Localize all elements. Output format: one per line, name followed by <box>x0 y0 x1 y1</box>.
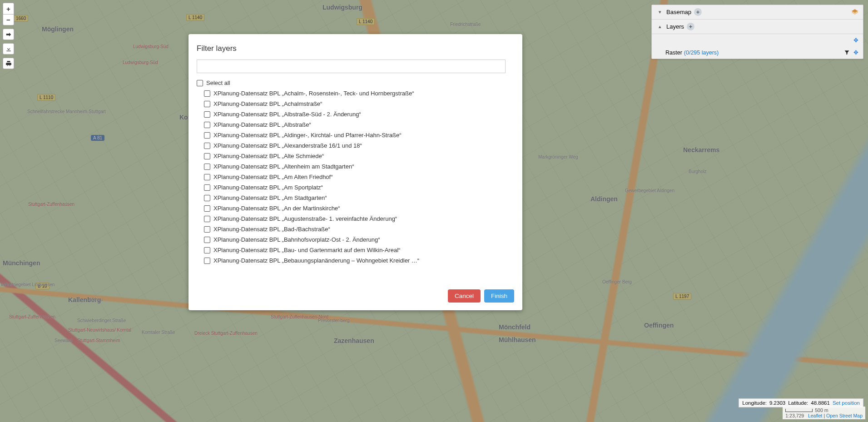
layer-row[interactable]: XPlanung-Datensatz BPL „Bebauungsplanänd… <box>197 255 518 266</box>
layers-header[interactable]: ▴ Layers + <box>652 20 863 34</box>
scale-text: 500 m <box>815 407 828 413</box>
layer-row[interactable]: XPlanung-Datensatz BPL „Bad-/Bachstraße“ <box>197 224 518 234</box>
select-all-row[interactable]: Select all <box>197 78 518 88</box>
layer-label: XPlanung-Datensatz BPL „Albstraße“ <box>213 121 311 128</box>
scale-ratio: 1:23,729 <box>785 413 804 418</box>
map-controls: + − <box>3 3 14 69</box>
layer-label: XPlanung-Datensatz BPL „Achalmstraße“ <box>213 100 322 107</box>
print-icon <box>5 60 12 67</box>
osm-link[interactable]: Open Street Map <box>826 413 863 418</box>
move-icon[interactable]: ✥ <box>853 49 858 56</box>
scale-bar: 500 m <box>785 407 860 413</box>
select-all-label: Select all <box>206 79 230 86</box>
layer-label: XPlanung-Datensatz BPL „Aldinger-, Kirch… <box>213 132 402 139</box>
layer-row[interactable]: XPlanung-Datensatz BPL „Am Stadtgarten“ <box>197 193 518 203</box>
checkbox[interactable] <box>204 237 210 243</box>
layers-label: Layers <box>666 23 684 30</box>
layer-row[interactable]: XPlanung-Datensatz BPL „Aldinger-, Kirch… <box>197 130 518 140</box>
checkbox[interactable] <box>204 205 210 212</box>
filter-input[interactable] <box>197 60 506 73</box>
layer-row[interactable]: XPlanung-Datensatz BPL „Albstraße-Süd - … <box>197 109 518 119</box>
checkbox[interactable] <box>204 195 210 201</box>
latitude-value: 48.8861 <box>811 400 830 406</box>
checkbox[interactable] <box>204 184 210 191</box>
layer-row[interactable]: XPlanung-Datensatz BPL „Achalm-, Rosenst… <box>197 88 518 99</box>
zoom-control: + − <box>3 3 14 25</box>
checkbox[interactable] <box>204 143 210 149</box>
layer-row[interactable]: XPlanung-Datensatz BPL „Achalmstraße“ <box>197 99 518 109</box>
layer-row[interactable]: XPlanung-Datensatz BPL „Bau- und Gartenm… <box>197 245 518 255</box>
layer-label: XPlanung-Datensatz BPL „Achalm-, Rosenst… <box>213 90 414 97</box>
checkbox[interactable] <box>204 226 210 233</box>
layer-label: XPlanung-Datensatz BPL „Bau- und Gartenm… <box>213 247 400 253</box>
latitude-label: Latitude: <box>788 400 808 406</box>
basemap-header[interactable]: ▾ Basemap + <box>652 5 863 20</box>
layer-label: XPlanung-Datensatz BPL „An der Martinski… <box>213 205 340 212</box>
modal-footer: Cancel Finish <box>188 285 522 310</box>
layer-row[interactable]: XPlanung-Datensatz BPL „Am Sportplatz“ <box>197 182 518 193</box>
checkbox[interactable] <box>204 174 210 180</box>
layer-label: XPlanung-Datensatz BPL „Bad-/Bachstraße“ <box>213 226 330 233</box>
checkbox[interactable] <box>204 153 210 159</box>
cancel-button[interactable]: Cancel <box>448 289 481 303</box>
filter-layers-modal: Filter layers Select all XPlanung-Datens… <box>188 34 522 310</box>
print-button[interactable] <box>3 58 14 69</box>
filter-icon[interactable] <box>844 50 850 55</box>
layer-label: XPlanung-Datensatz BPL „Alexanderstraße … <box>213 142 362 149</box>
zoom-in-button[interactable]: + <box>3 3 14 14</box>
checkbox[interactable] <box>204 164 210 170</box>
longitude-label: Longitude: <box>742 400 767 406</box>
share-icon <box>5 31 12 38</box>
layer-row[interactable]: XPlanung-Datensatz BPL „Altenheim am Sta… <box>197 161 518 172</box>
layer-label: XPlanung-Datensatz BPL „Am Sportplatz“ <box>213 184 323 191</box>
checkbox[interactable] <box>204 258 210 264</box>
layer-row[interactable]: XPlanung-Datensatz BPL „Alexanderstraße … <box>197 140 518 151</box>
layer-label: XPlanung-Datensatz BPL „Altenheim am Sta… <box>213 163 354 170</box>
modal-title: Filter layers <box>188 34 522 57</box>
coordinates-box: Longitude: 9.2303 Latitude: 48.8861 Set … <box>739 398 863 407</box>
checkbox[interactable] <box>197 80 203 86</box>
checkbox[interactable] <box>204 216 210 222</box>
checkbox[interactable] <box>204 132 210 139</box>
layer-row[interactable]: XPlanung-Datensatz BPL „Am Alten Friedho… <box>197 172 518 182</box>
checkbox[interactable] <box>204 111 210 118</box>
chevron-up-icon: ▴ <box>656 24 664 30</box>
add-layer-button[interactable]: + <box>687 23 694 30</box>
layer-label: XPlanung-Datensatz BPL „Am Alten Friedho… <box>213 174 333 180</box>
layer-row[interactable]: XPlanung-Datensatz BPL „Albstraße“ <box>197 119 518 130</box>
chevron-down-icon: ▾ <box>656 9 664 15</box>
layer-row[interactable]: XPlanung-Datensatz BPL „Augustenstraße- … <box>197 213 518 224</box>
add-basemap-button[interactable]: + <box>694 8 702 16</box>
layer-label: XPlanung-Datensatz BPL „Alte Schmiede“ <box>213 153 324 159</box>
layer-label: XPlanung-Datensatz BPL „Augustenstraße- … <box>213 215 397 222</box>
layer-label: XPlanung-Datensatz BPL „Am Stadtgarten“ <box>213 194 327 201</box>
modal-scroll[interactable]: Select all XPlanung-Datensatz BPL „Achal… <box>197 60 518 285</box>
checkbox[interactable] <box>204 247 210 253</box>
layer-row[interactable]: XPlanung-Datensatz BPL „An der Martinski… <box>197 203 518 213</box>
layer-row[interactable]: XPlanung-Datensatz BPL „Alte Schmiede“ <box>197 151 518 161</box>
layer-label: XPlanung-Datensatz BPL „Albstraße-Süd - … <box>213 111 361 118</box>
zoom-out-button[interactable]: − <box>3 14 14 25</box>
move-icon[interactable]: ✥ <box>853 37 858 44</box>
leaflet-link[interactable]: Leaflet <box>808 413 823 418</box>
raster-group[interactable]: Raster (0/295 layers) ✥ <box>652 46 863 59</box>
basemap-label: Basemap <box>666 9 691 15</box>
layers-subheader: ✥ <box>652 34 863 46</box>
layer-row[interactable]: XPlanung-Datensatz BPL „Bahnhofsvorplatz… <box>197 234 518 245</box>
raster-label: Raster <box>665 50 682 56</box>
checkbox[interactable] <box>204 122 210 128</box>
download-icon <box>5 46 12 52</box>
layers-icon <box>851 9 858 16</box>
layer-label: XPlanung-Datensatz BPL „Bebauungsplanänd… <box>213 257 419 264</box>
set-position-link[interactable]: Set position <box>833 400 860 406</box>
attribution-bar: 500 m 1:23,729 Leaflet | Open Street Map <box>783 407 865 419</box>
raster-count: (0/295 layers) <box>684 50 719 56</box>
layer-label: XPlanung-Datensatz BPL „Bahnhofsvorplatz… <box>213 236 380 243</box>
layers-panel: ▾ Basemap + ▴ Layers + ✥ Raster (0/295 l… <box>651 5 863 59</box>
checkbox[interactable] <box>204 101 210 107</box>
finish-button[interactable]: Finish <box>484 289 514 303</box>
checkbox[interactable] <box>204 90 210 97</box>
download-button[interactable] <box>3 43 14 55</box>
share-button[interactable] <box>3 29 14 40</box>
longitude-value: 9.2303 <box>769 400 785 406</box>
